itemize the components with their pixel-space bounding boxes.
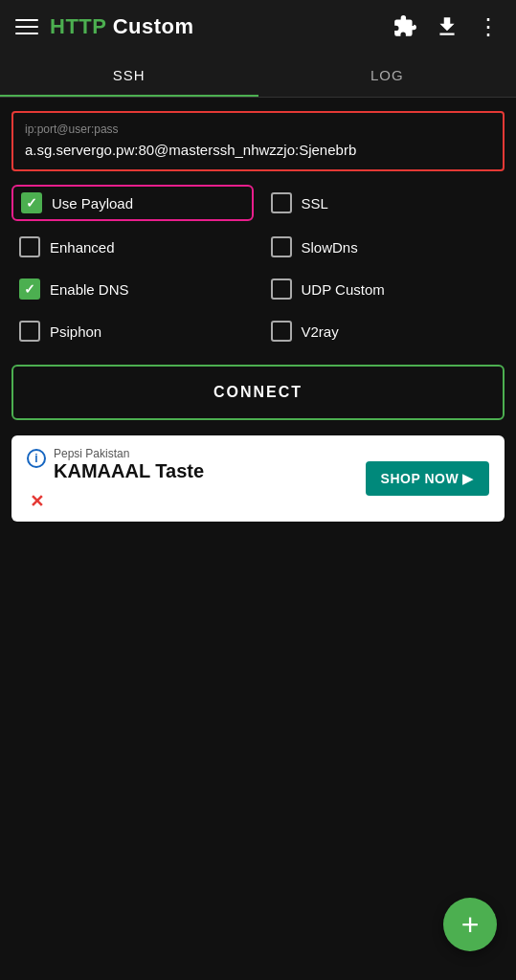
connect-button[interactable]: CONNECT xyxy=(11,365,505,420)
header-left: HTTP Custom xyxy=(15,14,194,39)
more-options-icon[interactable]: ⋮ xyxy=(477,13,501,40)
title-custom: Custom xyxy=(106,14,194,38)
tab-log[interactable]: LOG xyxy=(258,54,517,97)
label-ssl: SSL xyxy=(302,195,328,212)
ad-title: KAMAAAL Taste xyxy=(54,460,204,482)
hamburger-menu-icon[interactable] xyxy=(15,19,38,34)
tabs-bar: SSH LOG xyxy=(0,54,516,98)
option-v2ray[interactable]: V2ray xyxy=(263,315,505,347)
label-use-payload: Use Payload xyxy=(52,195,133,212)
tab-ssh[interactable]: SSH xyxy=(0,54,258,97)
label-enhanced: Enhanced xyxy=(50,239,115,256)
ad-left: i ✕ Pepsi Pakistan KAMAAAL Taste xyxy=(27,447,204,510)
checkbox-slow-dns[interactable] xyxy=(271,236,292,257)
option-enable-dns[interactable]: Enable DNS xyxy=(11,273,254,305)
download-icon[interactable] xyxy=(435,14,460,39)
ad-info-icon: i xyxy=(27,449,46,468)
label-enable-dns: Enable DNS xyxy=(50,281,129,298)
app-title: HTTP Custom xyxy=(50,14,194,39)
ad-text: Pepsi Pakistan KAMAAAL Taste xyxy=(54,447,204,482)
main-content: ip:port@user:pass a.sg.servergo.pw:80@ma… xyxy=(0,98,516,554)
label-udp-custom: UDP Custom xyxy=(302,281,385,298)
option-ssl[interactable]: SSL xyxy=(263,185,505,221)
ad-shop-button[interactable]: SHOP NOW ▶ xyxy=(366,461,489,496)
ad-banner: i ✕ Pepsi Pakistan KAMAAAL Taste SHOP NO… xyxy=(11,435,505,522)
server-input-value: a.sg.servergo.pw:80@masterssh_nhwzzjo:Sj… xyxy=(25,140,491,160)
option-slow-dns[interactable]: SlowDns xyxy=(263,231,505,263)
server-input-label: ip:port@user:pass xyxy=(25,122,491,136)
checkbox-enhanced[interactable] xyxy=(19,236,40,257)
option-enhanced[interactable]: Enhanced xyxy=(11,231,254,263)
checkbox-psiphon[interactable] xyxy=(19,321,40,342)
ad-close-icon[interactable]: ✕ xyxy=(30,493,44,510)
fab-add-button[interactable]: + xyxy=(443,898,497,951)
option-udp-custom[interactable]: UDP Custom xyxy=(263,273,505,305)
server-input-box[interactable]: ip:port@user:pass a.sg.servergo.pw:80@ma… xyxy=(11,111,505,171)
label-slow-dns: SlowDns xyxy=(302,239,358,256)
extension-icon[interactable] xyxy=(393,14,417,39)
checkbox-use-payload[interactable] xyxy=(21,192,42,213)
label-psiphon: Psiphon xyxy=(50,323,101,340)
header-right: ⋮ xyxy=(393,13,501,40)
header: HTTP Custom ⋮ xyxy=(0,0,516,54)
checkbox-v2ray[interactable] xyxy=(271,321,292,342)
title-http: HTTP xyxy=(50,14,106,38)
option-psiphon[interactable]: Psiphon xyxy=(11,315,254,347)
option-use-payload[interactable]: Use Payload xyxy=(11,185,254,221)
checkbox-ssl[interactable] xyxy=(271,192,292,213)
label-v2ray: V2ray xyxy=(302,323,339,340)
ad-brand: Pepsi Pakistan xyxy=(54,447,204,460)
options-grid: Use Payload SSL Enhanced SlowDns Enable … xyxy=(11,185,505,347)
checkbox-enable-dns[interactable] xyxy=(19,278,40,300)
checkbox-udp-custom[interactable] xyxy=(271,278,292,300)
